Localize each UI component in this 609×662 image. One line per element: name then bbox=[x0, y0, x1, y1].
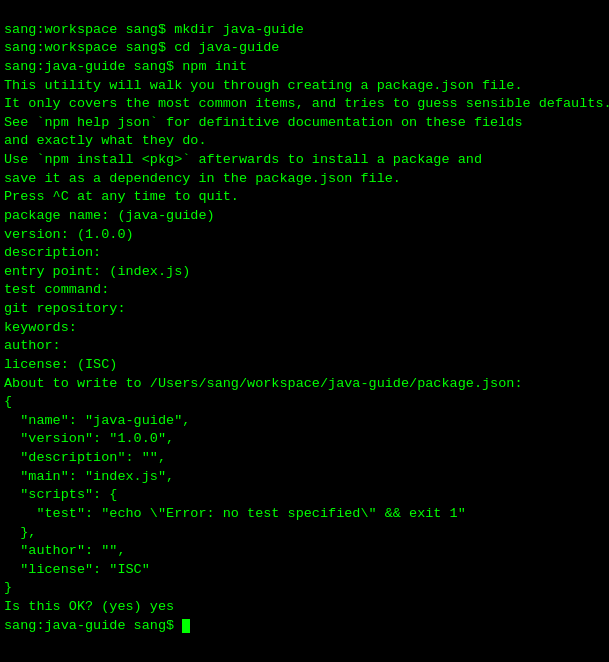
terminal-line: description: bbox=[4, 244, 605, 263]
terminal-line: test command: bbox=[4, 281, 605, 300]
terminal-line: It only covers the most common items, an… bbox=[4, 95, 605, 114]
terminal-line: entry point: (index.js) bbox=[4, 263, 605, 282]
terminal-line: "test": "echo \"Error: no test specified… bbox=[4, 505, 605, 524]
terminal-line: About to write to /Users/sang/workspace/… bbox=[4, 375, 605, 394]
terminal-line: "license": "ISC" bbox=[4, 561, 605, 580]
terminal-line: "main": "index.js", bbox=[4, 468, 605, 487]
terminal-line: { bbox=[4, 393, 605, 412]
terminal-line: keywords: bbox=[4, 319, 605, 338]
terminal-line: license: (ISC) bbox=[4, 356, 605, 375]
terminal-line: and exactly what they do. bbox=[4, 132, 605, 151]
terminal-line: "name": "java-guide", bbox=[4, 412, 605, 431]
terminal-line: author: bbox=[4, 337, 605, 356]
terminal-line: version: (1.0.0) bbox=[4, 226, 605, 245]
terminal-line: save it as a dependency in the package.j… bbox=[4, 170, 605, 189]
terminal-window: sang:workspace sang$ mkdir java-guidesan… bbox=[0, 0, 609, 662]
terminal-line: git repository: bbox=[4, 300, 605, 319]
terminal-line: See `npm help json` for definitive docum… bbox=[4, 114, 605, 133]
terminal-line: } bbox=[4, 579, 605, 598]
terminal-line: Is this OK? (yes) yes bbox=[4, 598, 605, 617]
cursor bbox=[182, 619, 190, 633]
terminal-line: "version": "1.0.0", bbox=[4, 430, 605, 449]
terminal-line: sang:workspace sang$ mkdir java-guide bbox=[4, 21, 605, 40]
terminal-line: sang:java-guide sang$ npm init bbox=[4, 58, 605, 77]
terminal-line: This utility will walk you through creat… bbox=[4, 77, 605, 96]
terminal-line: sang:workspace sang$ cd java-guide bbox=[4, 39, 605, 58]
terminal-line: }, bbox=[4, 524, 605, 543]
terminal-line: sang:java-guide sang$ bbox=[4, 617, 605, 636]
terminal-line: Press ^C at any time to quit. bbox=[4, 188, 605, 207]
terminal-line: package name: (java-guide) bbox=[4, 207, 605, 226]
terminal-line: Use `npm install <pkg>` afterwards to in… bbox=[4, 151, 605, 170]
terminal-line: "author": "", bbox=[4, 542, 605, 561]
terminal-line: "description": "", bbox=[4, 449, 605, 468]
terminal-line: "scripts": { bbox=[4, 486, 605, 505]
